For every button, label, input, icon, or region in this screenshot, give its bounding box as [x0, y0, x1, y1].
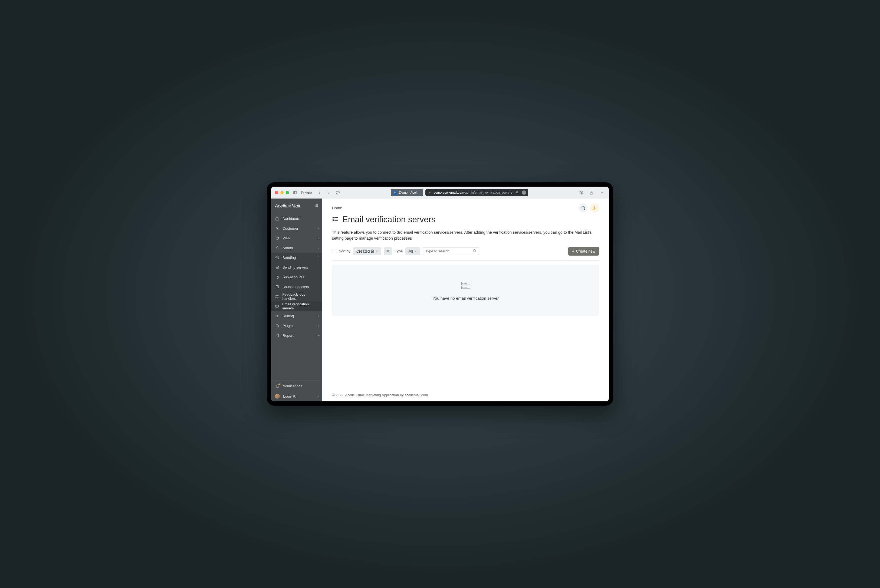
user-name: Louis P.: [283, 394, 296, 398]
type-label: Type: [395, 249, 402, 253]
svg-point-45: [473, 249, 476, 252]
sidebar-item-feedback-loop[interactable]: Feedback loop handlers: [271, 292, 322, 301]
svg-rect-0: [293, 191, 296, 194]
bounce-icon: [275, 285, 279, 289]
svg-point-27: [594, 207, 595, 209]
chevron-right-icon: ›: [318, 324, 319, 328]
sidebar-item-setting[interactable]: Setting ›: [271, 311, 322, 321]
sort-dropdown[interactable]: Created at▼: [353, 247, 381, 255]
toolbar: Sort by Created at▼ Type All▼ + Create n…: [332, 247, 599, 261]
footer: © 2022. Acelle Email Marketing Applicati…: [322, 388, 609, 401]
sidebar-item-sending[interactable]: Sending ›: [271, 253, 322, 262]
url-bar: demo.acellemail.com/admin/email_verifica…: [434, 190, 512, 195]
sidebar-item-customer[interactable]: Customer ›: [271, 224, 322, 233]
empty-server-icon: [460, 280, 472, 291]
chevron-down-icon: ›: [316, 257, 320, 258]
theme-toggle-button[interactable]: [590, 203, 599, 213]
sidebar-item-email-verification[interactable]: Email verification servers: [271, 301, 322, 311]
report-icon: [275, 333, 279, 338]
minimize-window-button[interactable]: [280, 191, 284, 194]
chevron-right-icon: ›: [318, 314, 319, 318]
home-icon: [275, 217, 279, 221]
sidebar-item-label: Report: [282, 333, 294, 338]
sidebar-item-dashboard[interactable]: Dashboard: [271, 214, 322, 224]
type-dropdown[interactable]: All▼: [405, 247, 420, 255]
browser-chrome: Private M Demo - Acelle E... ✕ demo.acel…: [271, 187, 609, 198]
svg-point-15: [276, 257, 278, 258]
sidebar-item-plugin[interactable]: Plugin ›: [271, 321, 322, 330]
sidebar-item-bounce-handlers[interactable]: Bounce handlers: [271, 282, 322, 292]
svg-line-46: [475, 251, 476, 252]
sidebar-item-report[interactable]: Report ›: [271, 330, 322, 340]
server-icon: [275, 266, 279, 269]
search-input-wrapper: [423, 247, 479, 255]
sidebar-item-label: Setting: [282, 314, 294, 318]
forward-button[interactable]: [325, 189, 332, 196]
sidebar-item-label: Bounce handlers: [282, 285, 309, 289]
page-title: Email verification servers: [342, 215, 435, 225]
back-button[interactable]: [316, 189, 323, 196]
sidebar-item-label: Feedback loop handlers: [282, 292, 318, 300]
bell-icon: [275, 384, 279, 388]
svg-line-35: [596, 207, 596, 207]
tab-favicon: M: [393, 190, 397, 195]
svg-point-39: [333, 217, 333, 218]
caret-down-icon: ▼: [414, 250, 417, 253]
browser-tab-active[interactable]: ✕ demo.acellemail.com/admin/email_verifi…: [425, 189, 528, 196]
search-button[interactable]: [578, 203, 588, 213]
page-description: This feature allows you to connect to 3r…: [332, 230, 592, 242]
browser-tab-1[interactable]: M Demo - Acelle E...: [391, 189, 423, 196]
maximize-window-button[interactable]: [286, 191, 289, 194]
tab-menu-icon[interactable]: ⋯: [522, 190, 526, 195]
close-window-button[interactable]: [275, 191, 278, 194]
svg-rect-16: [276, 266, 278, 267]
user-icon: [275, 226, 279, 231]
sidebar-toggle-icon[interactable]: [292, 189, 298, 196]
footer-link[interactable]: acellemail.com: [404, 393, 428, 397]
svg-point-50: [463, 287, 463, 288]
chevron-right-icon: ›: [318, 236, 319, 240]
private-label: Private: [301, 190, 312, 195]
sidebar-item-plan[interactable]: Plan ›: [271, 233, 322, 243]
search-input[interactable]: [425, 249, 471, 253]
empty-state: You have no email verification server: [332, 264, 599, 316]
svg-point-14: [275, 256, 278, 259]
chevron-right-icon: ›: [318, 246, 319, 250]
sidebar-item-admin[interactable]: Admin ›: [271, 243, 322, 253]
svg-rect-21: [275, 305, 278, 307]
svg-point-41: [333, 220, 333, 221]
sidebar-item-notifications[interactable]: Notifications: [271, 381, 322, 391]
svg-rect-20: [276, 285, 278, 288]
download-icon[interactable]: [578, 189, 584, 196]
svg-point-13: [276, 246, 278, 248]
empty-state-text: You have no email verification server: [432, 296, 499, 300]
verification-icon: [275, 304, 279, 308]
list-icon: [332, 216, 338, 224]
sidebar-item-label: Sending: [282, 256, 296, 260]
breadcrumb[interactable]: Home: [332, 206, 342, 210]
sort-direction-button[interactable]: [384, 247, 392, 255]
create-new-button[interactable]: + Create new: [568, 247, 599, 256]
reload-button[interactable]: [335, 189, 341, 196]
sending-icon: [275, 256, 279, 260]
sidebar-item-sending-servers[interactable]: Sending servers: [271, 262, 322, 272]
accounts-icon: [275, 275, 279, 279]
select-all-checkbox[interactable]: [332, 249, 336, 253]
new-tab-icon[interactable]: [599, 189, 605, 196]
svg-point-25: [581, 206, 584, 209]
svg-point-19: [276, 276, 278, 277]
sort-label: Sort by: [339, 249, 350, 253]
sidebar-item-label: Plugin: [282, 324, 293, 328]
share-icon[interactable]: [588, 189, 595, 196]
loop-icon: [275, 294, 279, 298]
sidebar-item-user[interactable]: Louis P. ›: [271, 391, 322, 401]
sidebar-item-label: Admin: [282, 246, 293, 250]
svg-line-32: [593, 207, 593, 207]
svg-point-40: [333, 219, 333, 219]
sidebar-item-label: Notifications: [282, 384, 303, 388]
collapse-sidebar-icon[interactable]: [314, 203, 318, 209]
sidebar-item-sub-accounts[interactable]: Sub-accounts: [271, 272, 322, 282]
chevron-right-icon: ›: [318, 394, 319, 398]
plugin-icon: [275, 324, 279, 328]
sidebar-item-label: Email verification servers: [282, 302, 318, 310]
